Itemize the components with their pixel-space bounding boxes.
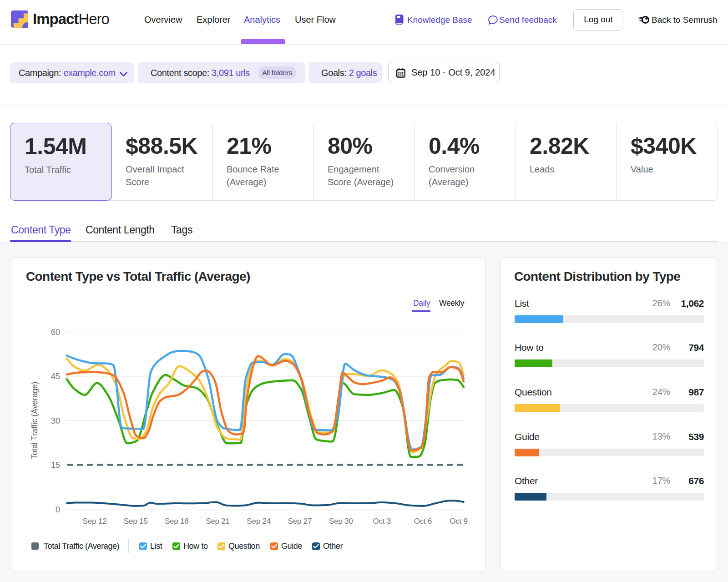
svg-text:Sep 18: Sep 18 (165, 517, 189, 526)
svg-text:60: 60 (51, 328, 60, 337)
svg-text:Oct 9: Oct 9 (450, 517, 468, 526)
svg-text:Oct 6: Oct 6 (414, 517, 432, 526)
svg-text:Sep 21: Sep 21 (206, 517, 230, 526)
svg-text:Sep 27: Sep 27 (288, 517, 312, 526)
svg-text:Sep 24: Sep 24 (247, 517, 271, 526)
svg-text:45: 45 (51, 372, 60, 381)
svg-text:Sep 12: Sep 12 (83, 517, 107, 526)
svg-text:0: 0 (56, 505, 60, 514)
svg-text:Sep 15: Sep 15 (124, 517, 148, 526)
svg-text:Oct 3: Oct 3 (373, 517, 391, 526)
svg-text:Total Traffic (Average): Total Traffic (Average) (30, 382, 39, 460)
svg-text:30: 30 (51, 416, 60, 425)
svg-text:Sep 30: Sep 30 (329, 517, 353, 526)
svg-text:15: 15 (51, 461, 60, 470)
